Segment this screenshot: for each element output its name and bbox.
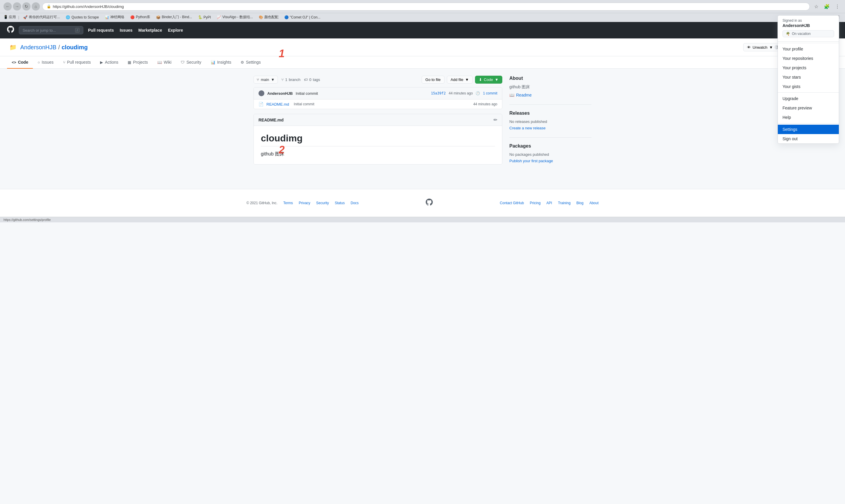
tab-security[interactable]: 🛡 Security (176, 56, 206, 69)
dropdown-divider-3 (778, 123, 839, 124)
footer-pricing[interactable]: Pricing (530, 201, 541, 205)
eye-icon: 👁 (747, 45, 751, 50)
menu-your-repositories[interactable]: Your repositories (778, 54, 839, 63)
footer-training[interactable]: Training (558, 201, 571, 205)
back-button[interactable]: ← (3, 2, 12, 11)
nav-marketplace[interactable]: Marketplace (139, 28, 162, 33)
user-dropdown: Signed in as AndersonHJB 🌴 On vacation Y… (777, 15, 839, 144)
code-tab-icon: <> (12, 60, 16, 65)
footer-docs[interactable]: Docs (350, 201, 359, 205)
branch-bar: ⑂ main ▼ ⑂ 1 branch 🏷 0 tags Go to file (253, 76, 502, 84)
commit-time: 44 minutes ago (449, 91, 473, 95)
packages-title: Packages (509, 143, 592, 149)
bookmark-7[interactable]: 📈 VisuAlgo - 数据结... (215, 14, 255, 20)
tab-insights[interactable]: 📊 Insights (206, 56, 236, 69)
search-box[interactable]: Search or jump to... / (19, 26, 83, 34)
commit-author-avatar (258, 90, 264, 96)
footer-api[interactable]: API (546, 201, 552, 205)
bookmark-8[interactable]: 🎨 颜色配配 (257, 14, 280, 20)
menu-settings[interactable]: Settings (778, 125, 839, 134)
menu-your-gists[interactable]: Your gists (778, 82, 839, 91)
address-bar[interactable]: 🔒 https://github.com/AndersonHJB/cloudim… (42, 3, 810, 11)
search-shortcut: / (75, 28, 79, 33)
repo-name-link[interactable]: cloudimg (61, 44, 88, 51)
publish-package-link[interactable]: Publish your first package (509, 159, 553, 163)
commit-count[interactable]: 1 commit (483, 91, 497, 95)
footer-security[interactable]: Security (316, 201, 329, 205)
menu-your-stars[interactable]: Your stars (778, 72, 839, 82)
wiki-tab-icon: 📖 (157, 60, 162, 65)
bookmark-5[interactable]: 📦 Binder入门 - Bind... (154, 14, 194, 20)
about-title: About (509, 76, 592, 81)
dropdown-divider-1 (778, 43, 839, 43)
bookmark-4[interactable]: 🔴 Python库 (128, 14, 152, 20)
forward-button[interactable]: → (13, 2, 21, 11)
footer-status[interactable]: Status (335, 201, 345, 205)
repo-icon: 📁 (10, 44, 17, 51)
footer-about[interactable]: About (590, 201, 598, 205)
refresh-button[interactable]: ↻ (22, 2, 31, 11)
settings-tab-icon: ⚙ (240, 60, 244, 65)
commit-author-name: AndersonHJB (267, 91, 293, 96)
about-section: About github 图床 📖 Readme (509, 76, 592, 97)
footer-contact[interactable]: Contact GitHub (500, 201, 524, 205)
bookmark-1[interactable]: 🚀 将你的代码运行可... (21, 14, 61, 20)
file-name-link[interactable]: README.md (266, 102, 289, 107)
bookmark-3[interactable]: 📊 神经网络 (103, 14, 126, 20)
browser-chrome: ← → ↻ ⌂ 🔒 https://github.com/AndersonHJB… (0, 0, 845, 13)
code-button[interactable]: ⬇ Code ▼ (475, 76, 502, 84)
copyright: © 2021 GitHub, Inc. (247, 201, 277, 205)
annotation-label-1: 1 (279, 48, 285, 60)
bookmark-9[interactable]: 🔵 "Comet OJ" | Con... (283, 15, 322, 20)
tab-pull-requests[interactable]: ⑂ Pull requests (58, 56, 96, 69)
branch-count-icon: ⑂ (281, 77, 284, 82)
tab-projects[interactable]: ▦ Projects (123, 56, 152, 69)
create-release-link[interactable]: Create a new release (509, 126, 546, 130)
tab-issues[interactable]: ○ Issues (33, 56, 58, 69)
menu-your-projects[interactable]: Your projects (778, 63, 839, 72)
branches-count[interactable]: ⑂ 1 branch (281, 77, 301, 82)
file-commit-message: Initial commit (294, 102, 473, 106)
tab-code[interactable]: <> Code (7, 56, 33, 69)
footer-terms[interactable]: Terms (284, 201, 293, 205)
go-to-file-button[interactable]: Go to file (421, 76, 445, 84)
tab-actions[interactable]: ▶ Actions (95, 56, 123, 69)
code-chevron-icon: ▼ (495, 77, 499, 82)
menu-sign-out[interactable]: Sign out (778, 134, 839, 143)
menu-feature-preview[interactable]: Feature preview (778, 103, 839, 113)
edit-readme-button[interactable]: ✏ (493, 117, 497, 123)
footer-privacy[interactable]: Privacy (299, 201, 310, 205)
menu-help[interactable]: Help (778, 113, 839, 122)
footer-blog[interactable]: Blog (577, 201, 583, 205)
branch-selector[interactable]: ⑂ main ▼ (253, 76, 278, 84)
more-options-icon[interactable]: ⋮ (833, 2, 842, 11)
file-table: AndersonHJB Initial commit 15a39f2 44 mi… (253, 87, 502, 109)
menu-upgrade[interactable]: Upgrade (778, 94, 839, 103)
github-logo[interactable] (7, 26, 14, 35)
repo-owner-link[interactable]: AndersonHJB (20, 44, 56, 51)
bookmark-2[interactable]: 🌐 Quotes to Scrape (64, 15, 100, 20)
repo-tabs: <> Code ○ Issues ⑂ Pull requests ▶ Actio… (0, 56, 845, 69)
tags-count[interactable]: 🏷 0 tags (304, 77, 320, 82)
readme-link[interactable]: 📖 Readme (509, 93, 592, 97)
ssl-icon: 🔒 (47, 4, 51, 8)
main-content: ⑂ main ▼ ⑂ 1 branch 🏷 0 tags Go to file (247, 69, 598, 177)
tab-wiki[interactable]: 📖 Wiki (152, 56, 176, 69)
add-file-button[interactable]: Add file ▼ (447, 76, 473, 84)
menu-your-profile[interactable]: Your profile (778, 44, 839, 54)
tab-settings[interactable]: ⚙ Settings (236, 56, 266, 69)
readme-heading: cloudimg (261, 133, 495, 146)
nav-pull-requests[interactable]: Pull requests (88, 28, 114, 33)
extensions-icon[interactable]: 🧩 (823, 2, 831, 11)
nav-issues[interactable]: Issues (120, 28, 132, 33)
vacation-icon: 🌴 (786, 32, 790, 36)
dropdown-username: AndersonHJB (783, 23, 834, 28)
pr-tab-icon: ⑂ (63, 60, 66, 65)
no-packages-text: No packages published (509, 152, 592, 157)
home-button[interactable]: ⌂ (32, 2, 40, 11)
bookmark-icon[interactable]: ☆ (812, 2, 820, 11)
commit-hash[interactable]: 15a39f2 (431, 91, 446, 95)
bookmark-6[interactable]: 🐍 PyPI (196, 15, 213, 20)
actions-tab-icon: ▶ (100, 60, 103, 65)
nav-explore[interactable]: Explore (168, 28, 183, 33)
